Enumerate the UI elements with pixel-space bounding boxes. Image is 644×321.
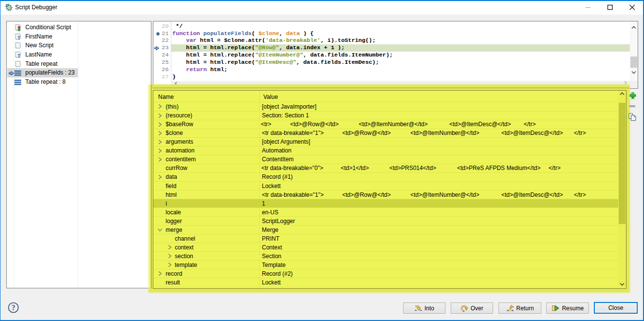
svg-text:?: ? [12, 303, 16, 312]
svg-text:T: T [18, 35, 21, 40]
svg-text:T: T [18, 53, 21, 58]
